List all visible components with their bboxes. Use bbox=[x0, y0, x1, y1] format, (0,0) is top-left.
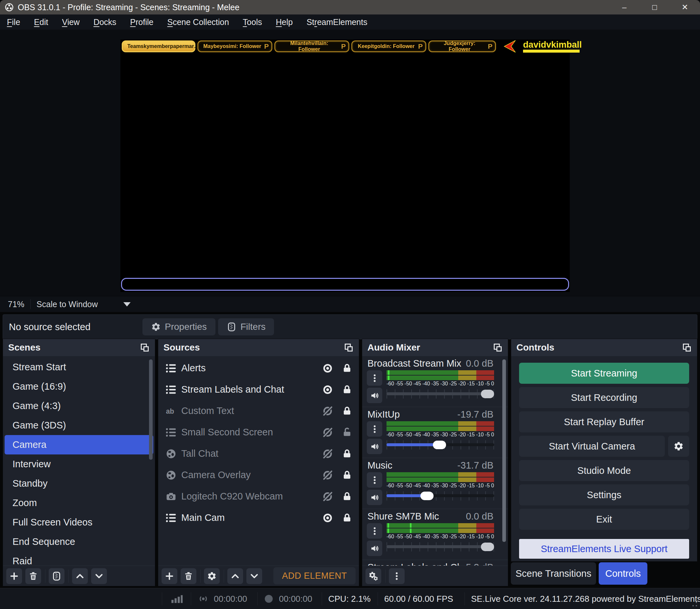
source-row[interactable]: Camera Overlay bbox=[158, 464, 359, 486]
minimize-button[interactable]: – bbox=[609, 0, 639, 15]
close-button[interactable]: ✕ bbox=[670, 0, 700, 15]
menu-scene-collection[interactable]: Scene Collection bbox=[160, 17, 236, 27]
menu-view[interactable]: View bbox=[55, 17, 86, 27]
tab-scene-transitions[interactable]: Scene Transitions bbox=[511, 562, 596, 585]
menu-help[interactable]: Help bbox=[269, 17, 299, 27]
virtual-camera-settings-button[interactable] bbox=[668, 436, 689, 457]
scale-mode[interactable]: Scale to Window bbox=[36, 299, 98, 309]
preview-canvas[interactable]: Teamskymemberpapermar…P Maybeyosimi: Fol… bbox=[120, 39, 570, 292]
source-row[interactable]: Stream Labels and Chat bbox=[158, 379, 359, 400]
scene-item[interactable]: Raid bbox=[5, 552, 153, 566]
advanced-audio-button[interactable] bbox=[365, 568, 381, 584]
start-streaming-button[interactable]: Start Streaming bbox=[519, 363, 689, 384]
start-virtual-camera-button[interactable]: Start Virtual Camera bbox=[519, 436, 665, 457]
source-selection-outline[interactable] bbox=[121, 278, 569, 291]
menu-streamelements[interactable]: StreamElements bbox=[300, 17, 374, 27]
scene-item[interactable]: Interview bbox=[5, 454, 153, 474]
add-scene-button[interactable] bbox=[6, 568, 22, 584]
scene-item[interactable]: Full Screen Videos bbox=[5, 512, 153, 532]
volume-slider[interactable] bbox=[387, 542, 494, 552]
volume-slider[interactable] bbox=[387, 389, 494, 399]
lock-icon[interactable] bbox=[342, 384, 352, 395]
start-recording-button[interactable]: Start Recording bbox=[519, 387, 689, 408]
lock-icon[interactable] bbox=[342, 470, 352, 481]
slider-handle[interactable] bbox=[481, 390, 494, 398]
tab-controls[interactable]: Controls bbox=[599, 562, 647, 585]
scene-item[interactable]: Game (4:3) bbox=[5, 396, 153, 416]
mute-button[interactable] bbox=[367, 439, 382, 454]
source-row[interactable]: Alerts bbox=[158, 358, 359, 379]
move-source-up-button[interactable] bbox=[227, 568, 243, 584]
scene-item-selected[interactable]: Camera bbox=[5, 435, 153, 454]
scene-item[interactable]: Stream Start bbox=[5, 358, 153, 377]
lock-open-icon[interactable] bbox=[342, 427, 352, 438]
popout-icon[interactable] bbox=[493, 343, 502, 352]
source-row[interactable]: Custom Text bbox=[158, 400, 359, 421]
menu-tools[interactable]: Tools bbox=[236, 17, 269, 27]
slider-handle[interactable] bbox=[481, 543, 494, 551]
scene-item[interactable]: End Sequence bbox=[5, 532, 153, 552]
channel-menu-button[interactable] bbox=[367, 421, 382, 437]
mute-button[interactable] bbox=[367, 388, 382, 403]
properties-button[interactable]: Properties bbox=[142, 318, 216, 335]
popout-icon[interactable] bbox=[682, 343, 692, 352]
popout-icon[interactable] bbox=[140, 343, 150, 352]
start-replay-buffer-button[interactable]: Start Replay Buffer bbox=[519, 411, 689, 432]
streamelements-live-support-button[interactable]: StreamElements Live Support bbox=[519, 539, 689, 559]
maximize-button[interactable]: □ bbox=[639, 0, 670, 15]
lock-icon[interactable] bbox=[342, 491, 352, 502]
popout-icon[interactable] bbox=[344, 343, 354, 352]
visibility-on-icon[interactable] bbox=[322, 384, 333, 395]
resize-grip[interactable] bbox=[692, 602, 697, 607]
lock-icon[interactable] bbox=[342, 406, 352, 416]
filters-button[interactable]: Filters bbox=[218, 318, 274, 335]
settings-button[interactable]: Settings bbox=[519, 484, 689, 505]
scene-item[interactable]: Game (16:9) bbox=[5, 377, 153, 396]
menu-profile[interactable]: Profile bbox=[123, 17, 160, 27]
mixer-scrollbar[interactable] bbox=[502, 360, 506, 542]
lock-icon[interactable] bbox=[342, 449, 352, 459]
mute-button[interactable] bbox=[367, 541, 382, 556]
channel-menu-button[interactable] bbox=[367, 370, 382, 386]
scene-item[interactable]: Game (3DS) bbox=[5, 416, 153, 435]
scene-item[interactable]: Zoom bbox=[5, 493, 153, 512]
volume-slider[interactable] bbox=[387, 440, 494, 450]
scene-item[interactable]: Standby bbox=[5, 474, 153, 493]
slider-handle[interactable] bbox=[421, 492, 433, 500]
source-row[interactable]: Main Cam bbox=[158, 507, 359, 528]
mute-button[interactable] bbox=[367, 490, 382, 505]
move-scene-down-button[interactable] bbox=[91, 568, 107, 584]
studio-mode-button[interactable]: Studio Mode bbox=[519, 460, 689, 481]
add-source-button[interactable] bbox=[161, 568, 177, 584]
visibility-off-icon[interactable] bbox=[322, 491, 333, 502]
add-element-button[interactable]: ADD ELEMENT bbox=[273, 567, 356, 584]
lock-icon[interactable] bbox=[342, 512, 352, 523]
channel-menu-button[interactable] bbox=[367, 523, 382, 539]
scene-filters-button[interactable] bbox=[49, 568, 65, 584]
exit-button[interactable]: Exit bbox=[519, 509, 689, 530]
source-row[interactable]: Tall Chat bbox=[158, 443, 359, 464]
slider-handle[interactable] bbox=[433, 441, 446, 449]
menu-docks[interactable]: Docks bbox=[86, 17, 123, 27]
visibility-on-icon[interactable] bbox=[322, 363, 333, 374]
source-row[interactable]: Logitech C920 Webcam bbox=[158, 486, 359, 507]
remove-scene-button[interactable] bbox=[25, 568, 41, 584]
visibility-off-icon[interactable] bbox=[322, 405, 333, 417]
volume-slider[interactable] bbox=[387, 491, 494, 501]
zoom-level[interactable]: 71% bbox=[8, 299, 24, 309]
scenes-scrollbar[interactable] bbox=[149, 360, 153, 460]
visibility-on-icon[interactable] bbox=[322, 512, 333, 523]
lock-icon[interactable] bbox=[342, 363, 352, 373]
mixer-menu-button[interactable] bbox=[389, 568, 405, 584]
visibility-off-icon[interactable] bbox=[322, 470, 333, 481]
source-row[interactable]: Small Second Screen bbox=[158, 421, 359, 443]
visibility-off-icon[interactable] bbox=[322, 448, 333, 459]
dropdown-caret-icon[interactable] bbox=[123, 302, 131, 307]
remove-source-button[interactable] bbox=[181, 568, 197, 584]
menu-edit[interactable]: Edit bbox=[27, 17, 55, 27]
visibility-off-icon[interactable] bbox=[322, 427, 333, 438]
move-scene-up-button[interactable] bbox=[72, 568, 88, 584]
source-properties-button[interactable] bbox=[204, 568, 220, 584]
move-source-down-button[interactable] bbox=[246, 568, 262, 584]
menu-file[interactable]: File bbox=[0, 17, 27, 27]
